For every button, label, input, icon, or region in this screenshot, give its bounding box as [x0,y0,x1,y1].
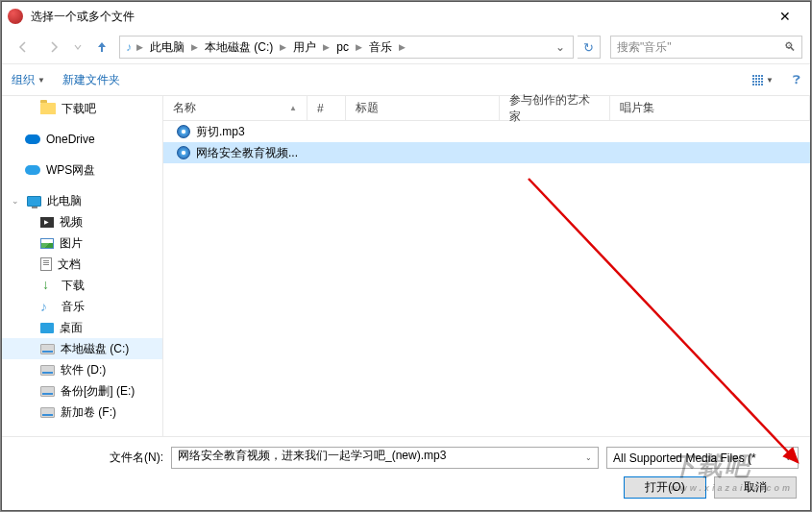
refresh-button[interactable]: ↻ [578,36,601,59]
chevron-down-icon: ⌄ [785,453,792,462]
doc-icon [40,257,52,271]
sidebar-item-label: 音乐 [62,299,85,315]
file-row[interactable]: 剪切.mp3 [163,121,810,142]
filename-dropdown[interactable]: ⌄ [579,449,597,467]
toolbar: 组织▼ 新建文件夹 ▼ ❓︎ [2,63,810,96]
file-list-pane: 名称▲ # 标题 参与创作的艺术家 唱片集 剪切.mp3网络安全教育视频... [163,96,810,436]
file-name: 剪切.mp3 [196,124,245,140]
music-icon: ♪ [40,301,56,312]
onedrive-icon [25,134,40,144]
sidebar-item[interactable]: 下载吧 [2,98,162,119]
sidebar-item-label: 下载吧 [62,101,96,117]
sidebar-item-label: 视频 [60,214,83,231]
sort-indicator-icon: ▲ [289,104,297,112]
breadcrumb[interactable]: 用户 [289,37,320,58]
chevron-down-icon: ▼ [37,76,45,85]
sidebar-item-label: OneDrive [46,133,95,146]
breadcrumb[interactable]: pc [332,38,353,56]
sidebar-item[interactable]: WPS网盘 [2,159,162,181]
folder-icon [40,103,56,114]
up-button[interactable] [88,35,115,60]
sidebar-item[interactable]: 本地磁盘 (C:) [2,338,162,359]
filename-label: 文件名(N): [13,450,163,466]
file-list[interactable]: 剪切.mp3网络安全教育视频... [163,121,810,436]
column-artist[interactable]: 参与创作的艺术家 [500,96,610,120]
column-album[interactable]: 唱片集 [610,96,810,120]
sidebar-item-label: 新加卷 (F:) [61,404,116,421]
open-button[interactable]: 打开(O) [624,476,706,499]
sidebar-item[interactable]: 桌面 [2,317,162,338]
disk-icon [40,344,55,354]
close-button[interactable]: ✕ [766,9,804,24]
pic-icon [40,238,54,249]
chevron-right-icon[interactable]: ▶ [398,42,406,52]
chevron-right-icon[interactable]: ▶ [279,42,287,52]
column-name[interactable]: 名称▲ [163,96,308,120]
wps-icon [25,165,40,175]
disk-icon [40,386,55,397]
search-input[interactable]: 搜索"音乐" 🔍︎ [610,36,802,59]
expand-icon[interactable]: ⌄ [12,196,21,206]
sidebar-item[interactable]: ♪音乐 [2,296,162,317]
disk-icon [40,365,55,376]
cancel-button[interactable]: 取消 [714,476,797,499]
sidebar-item[interactable]: 软件 (D:) [2,359,162,380]
filename-input[interactable]: 网络安全教育视频，进来我们一起学习吧_(new).mp3 ⌄ [171,447,599,469]
column-title[interactable]: 标题 [346,96,500,120]
chevron-right-icon[interactable]: ▶ [355,42,363,52]
media-file-icon [177,146,190,159]
file-name: 网络安全教育视频... [196,145,298,161]
column-number[interactable]: # [308,96,346,120]
sidebar-item[interactable]: 视频 [2,211,162,232]
address-bar[interactable]: ♪ ▶ 此电脑 ▶ 本地磁盘 (C:) ▶ 用户 ▶ pc ▶ 音乐 ▶ ⌄ [119,36,574,59]
breadcrumb[interactable]: 本地磁盘 (C:) [201,37,277,58]
view-mode-button[interactable]: ▼ [739,69,787,90]
filetype-filter[interactable]: All Supported Media Files (* ⌄ [606,447,799,469]
address-dropdown[interactable]: ⌄ [552,40,569,54]
sidebar-item-label: 桌面 [60,320,83,336]
sidebar-item[interactable]: 备份[勿删] (E:) [2,380,162,402]
sidebar-item[interactable]: 文档 [2,254,162,275]
annotation-arrow [519,169,812,476]
desk-icon [40,323,54,333]
help-button[interactable]: ❓︎ [793,72,800,87]
chevron-right-icon[interactable]: ▶ [190,42,199,52]
sidebar-item[interactable]: ⌄此电脑 [2,190,162,211]
video-icon [40,217,54,228]
column-headers: 名称▲ # 标题 参与创作的艺术家 唱片集 [163,96,810,121]
app-icon [8,9,23,24]
sidebar-item-label: 下载 [62,278,85,294]
sidebar-item[interactable]: 图片 [2,232,162,254]
media-file-icon [177,125,190,138]
chevron-right-icon[interactable]: ▶ [135,42,144,52]
breadcrumb[interactable]: 此电脑 [146,37,188,58]
forward-button[interactable] [40,35,67,60]
sidebar[interactable]: 下载吧OneDriveWPS网盘⌄此电脑视频图片文档下载♪音乐桌面本地磁盘 (C… [2,96,163,436]
sidebar-item-label: WPS网盘 [46,162,95,179]
sidebar-item-label: 备份[勿删] (E:) [61,383,135,400]
breadcrumb[interactable]: 音乐 [365,37,396,58]
svg-line-0 [529,179,798,462]
dl-icon [40,280,56,291]
file-row[interactable]: 网络安全教育视频... [163,142,810,163]
titlebar: 选择一个或多个文件 ✕ [2,2,810,31]
sidebar-item-label: 本地磁盘 (C:) [61,341,129,357]
search-icon: 🔍︎ [784,40,796,54]
recent-dropdown[interactable] [71,35,85,60]
chevron-right-icon[interactable]: ▶ [322,42,331,52]
sidebar-item[interactable]: 新加卷 (F:) [2,402,162,423]
sidebar-item-label: 图片 [60,235,83,252]
monitor-icon [27,196,41,207]
navbar: ♪ ▶ 此电脑 ▶ 本地磁盘 (C:) ▶ 用户 ▶ pc ▶ 音乐 ▶ ⌄ ↻… [2,31,810,63]
sidebar-item[interactable]: OneDrive [2,129,162,150]
disk-icon [40,407,55,418]
sidebar-item[interactable]: 下载 [2,275,162,296]
window-title: 选择一个或多个文件 [31,9,766,25]
music-icon: ♪ [126,40,132,54]
back-button[interactable] [10,35,37,60]
sidebar-item-label: 文档 [58,256,81,273]
search-placeholder: 搜索"音乐" [617,39,784,56]
new-folder-button[interactable]: 新建文件夹 [62,72,120,88]
sidebar-item-label: 软件 (D:) [61,362,106,378]
organize-button[interactable]: 组织▼ [12,72,45,88]
